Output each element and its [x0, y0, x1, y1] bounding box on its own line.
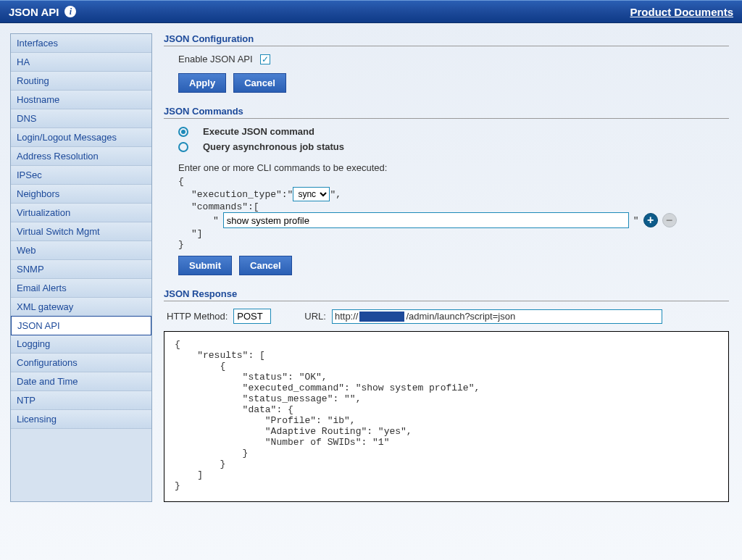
execution-type-select[interactable]: sync	[293, 187, 330, 201]
http-method-label: HTTP Method:	[167, 311, 228, 322]
section-title-response: JSON Response	[164, 288, 729, 301]
enable-json-label: Enable JSON API	[178, 54, 253, 64]
sidebar-item-virtual-switch-mgmt[interactable]: Virtual Switch Mgmt	[11, 222, 151, 241]
sidebar-item-address-resolution[interactable]: Address Resolution	[11, 147, 151, 166]
sidebar-item-hostname[interactable]: Hostname	[11, 91, 151, 109]
exec-end: ",	[330, 189, 341, 200]
quote-close: "	[633, 215, 639, 226]
brace-open: {	[178, 176, 729, 187]
section-title-commands: JSON Commands	[164, 106, 729, 119]
sidebar-item-ipsec[interactable]: IPSec	[11, 166, 151, 185]
section-title-config: JSON Configuration	[164, 33, 729, 46]
sidebar-item-licensing[interactable]: Licensing	[11, 410, 151, 429]
section-json-commands: JSON Commands Execute JSON command Query…	[164, 106, 729, 275]
sidebar: Interfaces HA Routing Hostname DNS Login…	[10, 33, 152, 502]
section-json-response: JSON Response HTTP Method: URL: http:// …	[164, 288, 729, 502]
sidebar-item-logging[interactable]: Logging	[11, 335, 151, 354]
cancel-commands-button[interactable]: Cancel	[239, 256, 292, 275]
layout: Interfaces HA Routing Hostname DNS Login…	[0, 23, 742, 512]
radio-query-row: Query asynchronous job status	[178, 141, 729, 152]
radio-execute-row: Execute JSON command	[178, 126, 729, 137]
url-suffix: /admin/launch?script=json	[406, 311, 515, 322]
section-json-configuration: JSON Configuration Enable JSON API ✓ App…	[164, 33, 729, 93]
sidebar-item-json-api[interactable]: JSON API	[11, 316, 151, 335]
sidebar-item-configurations[interactable]: Configurations	[11, 354, 151, 372]
top-bar: JSON API i Product Documents	[0, 0, 742, 23]
sidebar-item-routing[interactable]: Routing	[11, 72, 151, 91]
sidebar-item-date-and-time[interactable]: Date and Time	[11, 372, 151, 391]
sidebar-item-ntp[interactable]: NTP	[11, 391, 151, 410]
sidebar-item-ha[interactable]: HA	[11, 53, 151, 72]
sidebar-item-email-alerts[interactable]: Email Alerts	[11, 279, 151, 298]
enable-json-row: Enable JSON API ✓	[178, 54, 729, 64]
product-documents-link[interactable]: Product Documents	[630, 6, 733, 18]
brace-close: }	[178, 239, 729, 250]
radio-query[interactable]	[178, 142, 188, 152]
quote-open: "	[213, 215, 219, 226]
remove-command-icon[interactable]: –	[662, 213, 677, 227]
radio-dot-icon	[181, 130, 186, 134]
sidebar-item-web[interactable]: Web	[11, 241, 151, 260]
main: JSON Configuration Enable JSON API ✓ App…	[164, 33, 732, 502]
sidebar-item-virtualization[interactable]: Virtualization	[11, 204, 151, 222]
sidebar-item-dns[interactable]: DNS	[11, 109, 151, 128]
radio-execute[interactable]	[178, 127, 188, 137]
exec-key: "execution_type":"	[191, 189, 293, 200]
command-prompt: Enter one or more CLI commands to be exe…	[178, 162, 729, 173]
command-block: Enter one or more CLI commands to be exe…	[178, 162, 729, 250]
add-command-icon[interactable]: +	[643, 213, 658, 227]
command-input-row: " " + –	[213, 212, 729, 228]
info-icon[interactable]: i	[64, 6, 76, 17]
url-mask	[359, 312, 404, 322]
close-bracket: "]	[191, 228, 729, 239]
response-info-row: HTTP Method: URL: http:// /admin/launch?…	[167, 309, 729, 324]
url-input[interactable]: http:// /admin/launch?script=json	[332, 309, 662, 324]
url-label: URL:	[304, 311, 326, 322]
commands-key: "commands":[	[191, 201, 729, 212]
page-title: JSON API	[9, 6, 59, 18]
config-button-row: Apply Cancel	[178, 73, 729, 93]
sidebar-item-snmp[interactable]: SNMP	[11, 260, 151, 279]
apply-button[interactable]: Apply	[178, 73, 226, 93]
enable-json-checkbox[interactable]: ✓	[260, 54, 270, 64]
exec-type-row: "execution_type":" sync ",	[191, 187, 729, 201]
page-title-wrap: JSON API i	[9, 6, 76, 18]
submit-button[interactable]: Submit	[178, 256, 232, 275]
radio-query-label: Query asynchronous job status	[203, 141, 344, 152]
http-method-input[interactable]	[233, 309, 271, 324]
response-body[interactable]: { "results": [ { "status": "OK", "execut…	[164, 331, 729, 502]
radio-execute-label: Execute JSON command	[203, 126, 314, 137]
command-input[interactable]	[223, 212, 629, 228]
sidebar-item-login-logout-messages[interactable]: Login/Logout Messages	[11, 128, 151, 147]
cancel-button[interactable]: Cancel	[233, 73, 286, 93]
url-prefix: http://	[333, 311, 359, 322]
sidebar-item-xml-gateway[interactable]: XML gateway	[11, 298, 151, 317]
sidebar-item-interfaces[interactable]: Interfaces	[11, 34, 151, 53]
commands-button-row: Submit Cancel	[178, 256, 729, 275]
sidebar-item-neighbors[interactable]: Neighbors	[11, 185, 151, 204]
